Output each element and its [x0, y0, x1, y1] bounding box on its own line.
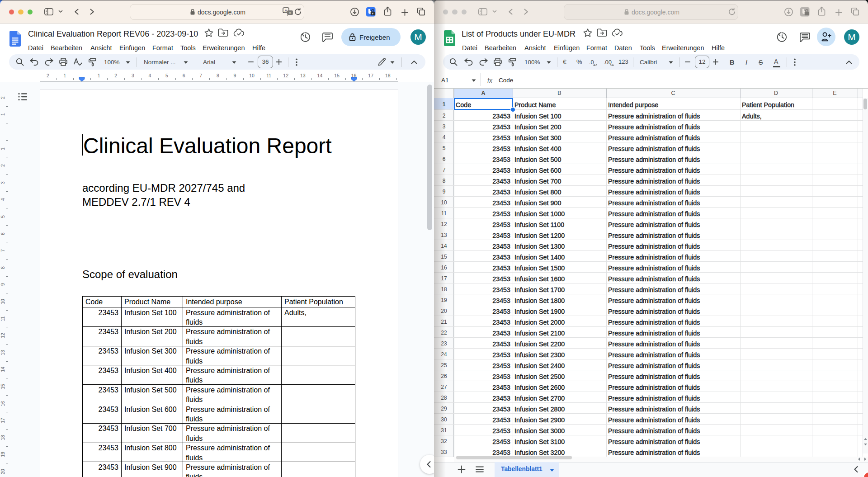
svg-text:A: A — [285, 9, 288, 13]
svg-text:x: x — [289, 11, 291, 14]
